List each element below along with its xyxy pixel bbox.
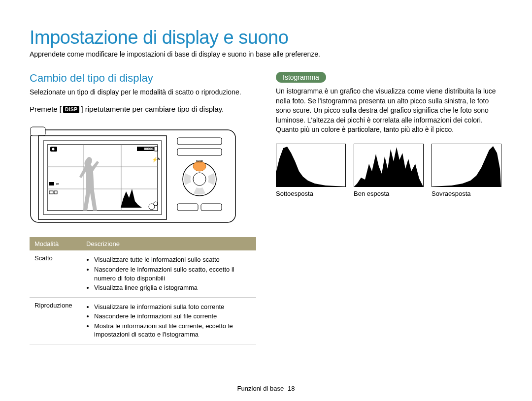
modes-table: Modalità Descrizione Scatto Visualizzare… [30, 237, 256, 344]
camera-illustration: 00001 ⚡ᴬ m [30, 120, 236, 228]
mode-name-scatto: Scatto [30, 250, 81, 297]
list-item: Nascondere le informazioni sullo scatto,… [94, 265, 251, 282]
svg-rect-15 [49, 182, 54, 185]
page-footer: Funzioni di base 18 [0, 385, 532, 392]
histogram-paragraph: Un istogramma è un grafico che visualizz… [276, 87, 502, 135]
page-subtitle: Apprendete come modificare le impostazio… [30, 50, 502, 58]
histogram-pill: Istogramma [276, 72, 326, 83]
section-intro: Selezionate un tipo di display per le mo… [30, 88, 256, 97]
svg-text:DISP: DISP [196, 160, 203, 163]
disp-icon: DISP [63, 106, 79, 113]
list-item: Visualizzare le informazioni sulla foto … [94, 303, 251, 311]
hist-label-well: Ben esposta [354, 190, 423, 197]
table-row: Scatto Visualizzare tutte le informazion… [30, 250, 256, 297]
th-desc: Descrizione [81, 237, 256, 250]
hist-label-over: Sovraesposta [432, 190, 500, 197]
list-item: Visualizzare tutte le informazioni sullo… [94, 255, 251, 264]
histogram-wellexposed [354, 144, 424, 187]
svg-point-10 [52, 148, 55, 151]
instruction-line: Premete [DISP] ripetutamente per cambiar… [30, 105, 256, 114]
table-row: Riproduzione Visualizzare le informazion… [30, 297, 256, 344]
svg-rect-1 [31, 127, 45, 136]
svg-rect-4 [47, 145, 158, 211]
svg-text:⚡ᴬ: ⚡ᴬ [152, 156, 160, 163]
section-change-display: Cambio del tipo di display [30, 72, 256, 85]
svg-text:m: m [56, 182, 59, 185]
histogram-overexposed [432, 144, 501, 187]
hist-label-under: Sottoesposta [276, 190, 345, 197]
list-item: Nascondere le informazioni sul file corr… [94, 312, 251, 321]
list-item: Visualizza linee griglia e istogramma [94, 283, 251, 292]
svg-rect-22 [177, 149, 222, 155]
th-mode: Modalità [30, 237, 81, 250]
svg-text:00001: 00001 [144, 147, 154, 151]
mode-name-riproduzione: Riproduzione [30, 297, 81, 344]
page-title: Impostazione di display e suono [30, 27, 502, 48]
histogram-row: Sottoesposta Ben esposta [276, 144, 502, 197]
svg-point-25 [193, 161, 206, 171]
svg-rect-28 [201, 204, 222, 211]
svg-point-24 [193, 173, 206, 185]
svg-rect-21 [177, 138, 222, 145]
list-item: Mostra le informazioni sul file corrente… [94, 322, 251, 339]
histogram-underexposed [276, 144, 346, 187]
svg-rect-27 [177, 204, 198, 211]
